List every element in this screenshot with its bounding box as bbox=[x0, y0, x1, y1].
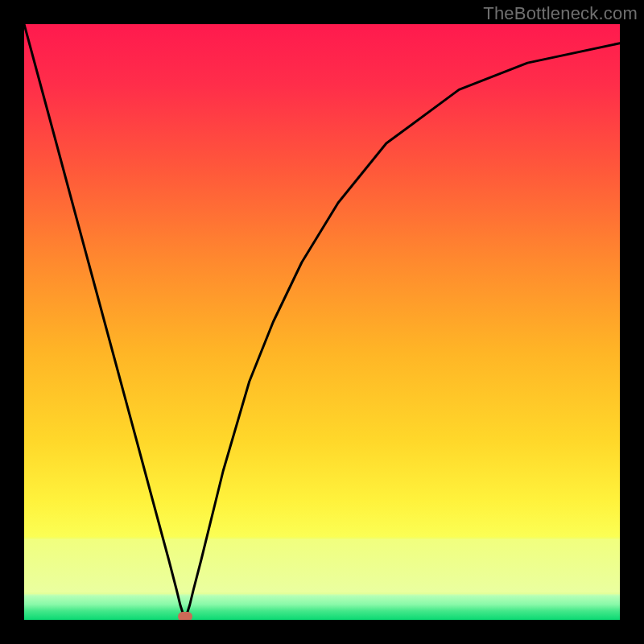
plot-area bbox=[24, 24, 620, 620]
optimum-marker bbox=[178, 612, 192, 620]
bottleneck-curve bbox=[24, 24, 620, 620]
watermark-text: TheBottleneck.com bbox=[483, 3, 638, 24]
chart-frame: TheBottleneck.com bbox=[0, 0, 644, 644]
